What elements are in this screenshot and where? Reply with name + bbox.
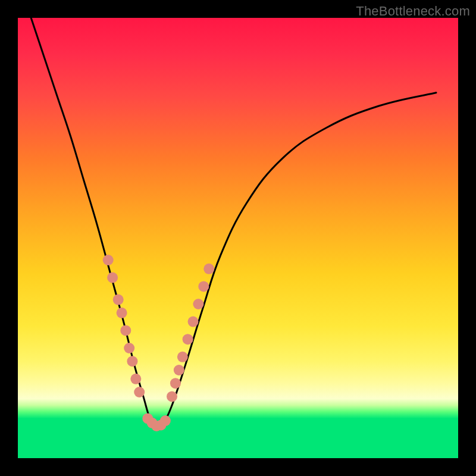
bead-left-3 bbox=[117, 308, 127, 318]
bead-right-5 bbox=[188, 317, 199, 327]
bead-left-8 bbox=[134, 387, 145, 397]
bead-right-4 bbox=[183, 334, 193, 345]
bead-right-0 bbox=[167, 391, 177, 402]
bead-right-8 bbox=[203, 264, 214, 274]
bottleneck-curve-svg bbox=[18, 18, 458, 458]
bead-right-3 bbox=[177, 352, 188, 362]
watermark-text: TheBottleneck.com bbox=[356, 4, 470, 19]
bead-bottom-4 bbox=[160, 415, 171, 426]
bead-right-2 bbox=[174, 365, 184, 375]
outer-frame: TheBottleneck.com bbox=[0, 0, 476, 476]
bottleneck-curve-path bbox=[31, 18, 436, 428]
bead-left-0 bbox=[103, 255, 114, 265]
bead-right-7 bbox=[198, 281, 209, 292]
bead-left-7 bbox=[130, 374, 141, 384]
plot-area bbox=[18, 18, 458, 458]
bead-left-4 bbox=[120, 325, 131, 336]
bead-left-5 bbox=[124, 343, 134, 353]
beads-group bbox=[103, 255, 215, 431]
bead-right-1 bbox=[170, 378, 181, 389]
bead-right-6 bbox=[193, 299, 203, 309]
bead-left-6 bbox=[127, 356, 137, 367]
bead-left-2 bbox=[113, 295, 124, 305]
bead-left-1 bbox=[107, 273, 118, 283]
